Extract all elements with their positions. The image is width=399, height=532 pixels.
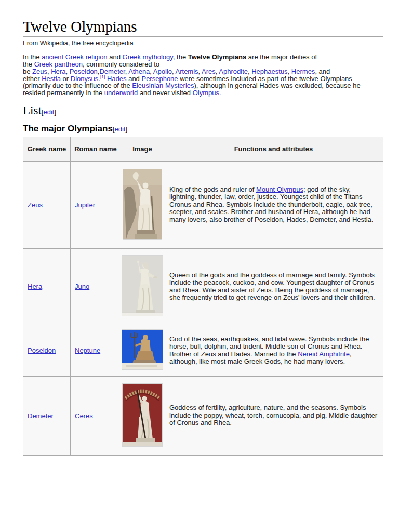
- page-subtitle: From Wikipedia, the free encyclopedia: [23, 39, 383, 47]
- wiki-link[interactable]: Hera: [51, 68, 65, 75]
- greek-name-link-zeus[interactable]: Zeus: [28, 201, 43, 209]
- wiki-link[interactable]: Nereid: [298, 350, 317, 358]
- description-cell-zeus: King of the gods and ruler of Mount Olym…: [164, 161, 383, 248]
- col-header-roman-name: Roman name: [71, 137, 121, 161]
- poseidon-statue-image[interactable]: [122, 330, 163, 369]
- wiki-link[interactable]: Apollo: [153, 68, 172, 75]
- wiki-link[interactable]: Dionysus: [71, 75, 98, 83]
- wiki-link[interactable]: Hades: [107, 75, 127, 83]
- document-page: Twelve Olympians From Wikipedia, the fre…: [0, 0, 399, 532]
- wiki-link[interactable]: Hephaestus: [251, 68, 287, 75]
- intro-paragraph: In the ancient Greek religion and Greek …: [23, 54, 383, 97]
- greek-name-link-poseidon[interactable]: Poseidon: [28, 347, 56, 354]
- wiki-link[interactable]: Artemis: [176, 68, 198, 75]
- wiki-link[interactable]: Olympus.: [193, 89, 221, 97]
- roman-name-link-neptune[interactable]: Neptune: [75, 347, 100, 354]
- section-title-major-olympians: The major Olympians: [23, 124, 113, 134]
- col-header-image: Image: [121, 137, 164, 161]
- wiki-link[interactable]: Zeus: [32, 68, 47, 75]
- wiki-link[interactable]: Aphrodite: [219, 68, 248, 75]
- wiki-link[interactable]: ancient Greek religion: [42, 53, 107, 61]
- table-row-hera: Hera Juno: [23, 248, 383, 325]
- edit-bracket-close: ]: [125, 125, 127, 133]
- wiki-link[interactable]: Hermes: [291, 68, 315, 75]
- wiki-link[interactable]: Eleusinian Mysteries: [132, 82, 194, 89]
- wiki-link[interactable]: Hestia: [42, 75, 61, 83]
- bold-text: Twelve Olympians: [188, 53, 246, 61]
- wiki-link[interactable]: Amphitrite: [319, 350, 350, 358]
- olympians-table: Greek name Roman name Image Functions an…: [23, 137, 383, 456]
- reference-link[interactable]: [1]: [100, 74, 105, 79]
- edit-link-list[interactable]: edit: [43, 108, 54, 116]
- roman-name-link-jupiter[interactable]: Jupiter: [75, 201, 95, 209]
- table-row-demeter: Demeter Ceres: [23, 376, 383, 455]
- zeus-statue-image[interactable]: [123, 169, 162, 239]
- demeter-statue-image[interactable]: [123, 384, 162, 446]
- page-title: Twelve Olympians: [23, 19, 383, 37]
- edit-link-major-olympians[interactable]: edit: [115, 125, 126, 133]
- edit-section: [edit]: [42, 108, 56, 116]
- col-header-functions: Functions and attributes: [164, 137, 383, 161]
- section-heading-list: List[edit]: [23, 104, 383, 119]
- roman-name-link-ceres[interactable]: Ceres: [75, 412, 93, 420]
- edit-bracket-close: ]: [54, 108, 56, 116]
- section-heading-major-olympians: The major Olympians[edit]: [23, 124, 383, 134]
- table-row-zeus: Zeus Jupiter: [23, 161, 383, 248]
- edit-section: [edit]: [113, 125, 127, 133]
- description-cell-poseidon: God of the seas, earthquakes, and tidal …: [164, 325, 383, 376]
- wiki-link[interactable]: Mount Olympus: [256, 185, 303, 193]
- wiki-link[interactable]: Ares: [202, 68, 216, 75]
- wiki-link[interactable]: Athena: [128, 68, 150, 75]
- description-cell-demeter: Goddess of fertility, agriculture, natur…: [164, 376, 383, 455]
- wiki-link[interactable]: Greek mythology: [123, 53, 173, 61]
- wiki-link[interactable]: underworld: [104, 89, 138, 97]
- wiki-link[interactable]: Greek pantheon: [34, 60, 83, 68]
- wiki-link[interactable]: Persephone: [141, 75, 178, 83]
- wiki-link[interactable]: Poseidon: [70, 68, 98, 75]
- col-header-greek-name: Greek name: [23, 137, 71, 161]
- table-row-poseidon: Poseidon Neptune: [23, 325, 383, 376]
- table-header-row: Greek name Roman name Image Functions an…: [23, 137, 383, 161]
- section-title-list: List: [23, 104, 42, 117]
- description-cell-hera: Queen of the gods and the goddess of mar…: [164, 248, 383, 325]
- hera-statue-image[interactable]: [122, 256, 163, 316]
- greek-name-link-hera[interactable]: Hera: [28, 283, 42, 290]
- roman-name-link-juno[interactable]: Juno: [75, 283, 89, 290]
- greek-name-link-demeter[interactable]: Demeter: [28, 412, 54, 420]
